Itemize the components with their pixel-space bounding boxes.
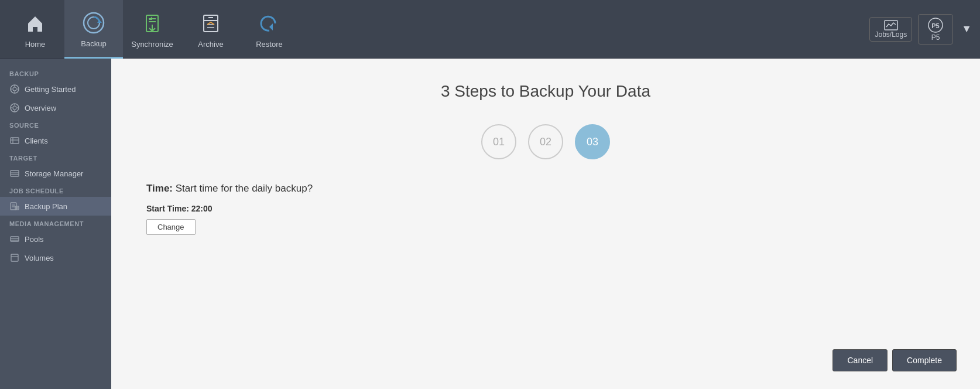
archive-icon bbox=[197, 9, 225, 37]
home-icon bbox=[21, 9, 49, 37]
sidebar-section-backup: BACKUP bbox=[0, 66, 111, 80]
layout: BACKUP Getting Started bbox=[0, 59, 980, 389]
step-02-number: 02 bbox=[540, 136, 551, 148]
profile-label: P5 bbox=[931, 33, 940, 42]
sidebar-item-pools[interactable]: Pools bbox=[0, 230, 111, 248]
start-time-display: Start Time: 22:00 bbox=[146, 204, 945, 213]
step-02[interactable]: 02 bbox=[528, 124, 563, 159]
time-label-bold: Time: bbox=[146, 183, 173, 194]
sidebar-section-job-schedule: JOB SCHEDULE bbox=[0, 183, 111, 197]
pools-icon bbox=[9, 234, 20, 244]
svg-rect-24 bbox=[11, 138, 19, 144]
sidebar-item-getting-started-label: Getting Started bbox=[25, 85, 76, 94]
svg-marker-8 bbox=[269, 23, 273, 30]
nav-restore[interactable]: Restore bbox=[240, 0, 299, 59]
topbar-right: Jobs/Logs P5 P5 ▼ bbox=[869, 14, 974, 45]
nav-home[interactable]: Home bbox=[6, 0, 64, 59]
profile-button[interactable]: P5 P5 bbox=[918, 14, 953, 45]
time-label-text: Start time for the daily backup? bbox=[176, 183, 313, 194]
sidebar-item-clients-label: Clients bbox=[25, 137, 48, 145]
sidebar-item-backup-plan[interactable]: Backup Plan bbox=[0, 197, 111, 216]
page-title: 3 Steps to Backup Your Data bbox=[146, 82, 945, 101]
complete-button[interactable]: Complete bbox=[892, 349, 957, 371]
clients-icon bbox=[9, 135, 20, 146]
sidebar-item-overview-label: Overview bbox=[25, 104, 56, 112]
sidebar-item-overview[interactable]: Overview bbox=[0, 98, 111, 117]
svg-marker-2 bbox=[97, 20, 102, 23]
sidebar-section-source: SOURCE bbox=[0, 117, 111, 131]
cancel-button[interactable]: Cancel bbox=[832, 349, 888, 371]
svg-rect-39 bbox=[11, 254, 18, 261]
sidebar-item-storage-manager[interactable]: Storage Manager bbox=[0, 164, 111, 183]
sidebar-section-media-management: MEDIA MANAGEMENT bbox=[0, 216, 111, 230]
synchronize-icon bbox=[138, 9, 166, 37]
svg-text:P5: P5 bbox=[931, 22, 939, 29]
settings-icon[interactable]: ▼ bbox=[959, 21, 974, 37]
sidebar-item-storage-manager-label: Storage Manager bbox=[25, 169, 83, 178]
overview-icon bbox=[9, 103, 20, 113]
sidebar-item-pools-label: Pools bbox=[25, 235, 44, 244]
bottom-actions: Cancel Complete bbox=[832, 349, 957, 371]
main-content: 3 Steps to Backup Your Data 01 02 03 Tim… bbox=[111, 59, 980, 389]
storage-manager-icon bbox=[9, 168, 20, 179]
volumes-icon bbox=[9, 252, 20, 263]
nav-archive[interactable]: Archive bbox=[181, 0, 240, 59]
nav-backup-label: Backup bbox=[81, 39, 106, 48]
getting-started-icon bbox=[9, 84, 20, 94]
step-03-number: 03 bbox=[587, 136, 598, 148]
sidebar-item-volumes[interactable]: Volumes bbox=[0, 248, 111, 267]
nav-restore-label: Restore bbox=[256, 40, 283, 49]
steps-container: 01 02 03 bbox=[146, 124, 945, 159]
nav-archive-label: Archive bbox=[198, 40, 223, 49]
backup-plan-icon bbox=[9, 201, 20, 211]
step-01-number: 01 bbox=[493, 136, 505, 148]
backup-icon bbox=[80, 9, 108, 37]
nav-backup[interactable]: Backup bbox=[64, 0, 123, 59]
change-button[interactable]: Change bbox=[146, 219, 196, 235]
nav-synchronize-label: Synchronize bbox=[131, 40, 173, 49]
restore-icon bbox=[255, 9, 283, 37]
svg-rect-36 bbox=[11, 237, 19, 241]
sidebar-section-target: TARGET bbox=[0, 150, 111, 164]
nav-home-label: Home bbox=[25, 40, 46, 49]
jobs-logs-label: Jobs/Logs bbox=[875, 30, 907, 39]
step-03[interactable]: 03 bbox=[575, 124, 610, 159]
svg-rect-27 bbox=[11, 170, 19, 176]
step-01[interactable]: 01 bbox=[481, 124, 516, 159]
topbar: Home Backup Synchronize bbox=[0, 0, 980, 59]
sidebar-item-getting-started[interactable]: Getting Started bbox=[0, 80, 111, 98]
time-label: Time: Start time for the daily backup? bbox=[146, 183, 945, 194]
nav-synchronize[interactable]: Synchronize bbox=[123, 0, 181, 59]
svg-point-13 bbox=[13, 87, 16, 91]
sidebar: BACKUP Getting Started bbox=[0, 59, 111, 389]
sidebar-item-volumes-label: Volumes bbox=[25, 254, 54, 262]
jobs-logs-button[interactable]: Jobs/Logs bbox=[869, 17, 912, 42]
sidebar-item-clients[interactable]: Clients bbox=[0, 131, 111, 150]
svg-point-19 bbox=[13, 106, 16, 110]
sidebar-item-backup-plan-label: Backup Plan bbox=[25, 202, 67, 211]
